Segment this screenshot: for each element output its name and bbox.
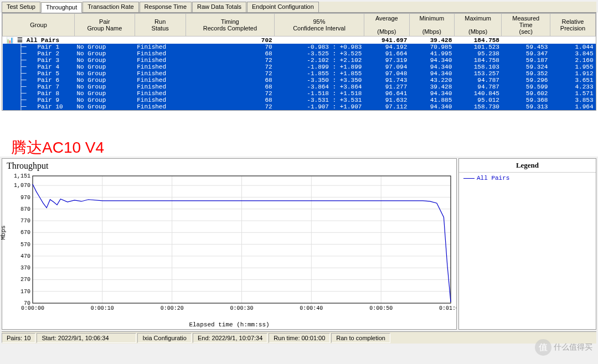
legend-item[interactable]: All Pairs [459, 173, 596, 184]
table-row[interactable]: ├─ Pair 6No GroupFinished68-3.350 : +3.3… [3, 77, 596, 84]
svg-text:770: 770 [20, 218, 30, 224]
status-config: Ixia Configuratio [137, 333, 192, 343]
column-header[interactable]: RelativePrecision [550, 14, 595, 37]
svg-text:570: 570 [20, 242, 30, 248]
status-start: Start: 2022/9/1, 10:06:34 [37, 333, 136, 343]
y-axis-label: Mbps [0, 225, 7, 240]
legend-panel: Legend All Pairs [458, 158, 596, 330]
throughput-table: GroupPairGroup NameRunStatusTimingRecord… [2, 13, 596, 111]
column-header[interactable]: 95%Confidence Interval [275, 14, 364, 37]
svg-text:170: 170 [20, 289, 30, 295]
column-header[interactable]: Average(Mbps) [364, 14, 409, 37]
svg-text:0:00:20: 0:00:20 [161, 305, 184, 311]
legend-title: Legend [459, 159, 596, 173]
table-row[interactable]: ├─ Pair 7No GroupFinished68-3.864 : +3.8… [3, 84, 596, 90]
svg-text:370: 370 [20, 265, 30, 271]
svg-text:0:00:10: 0:00:10 [91, 305, 114, 311]
table-row[interactable]: ├─ Pair 4No GroupFinished72-1.899 : +1.8… [3, 64, 596, 70]
table-row[interactable]: ├─ Pair 1No GroupFinished70-0.983 : +0.9… [3, 44, 596, 50]
table-row[interactable]: ├─ Pair 10No GroupFinished72-1.907 : +1.… [3, 103, 596, 110]
svg-text:0:00:00: 0:00:00 [21, 305, 44, 311]
svg-text:1,151: 1,151 [14, 173, 30, 179]
column-header[interactable]: Minimum(Mbps) [409, 14, 454, 37]
column-header[interactable]: Maximum(Mbps) [454, 14, 502, 37]
column-header[interactable]: PairGroup Name [75, 14, 135, 37]
svg-text:0:01:00: 0:01:00 [439, 305, 456, 311]
throughput-chart[interactable]: Throughput Mbps 701702703704705706707708… [2, 158, 457, 330]
column-header[interactable]: MeasuredTime (sec) [502, 14, 550, 37]
svg-text:470: 470 [20, 253, 30, 259]
status-pairs: Pairs: 10 [2, 333, 35, 343]
svg-text:0:00:40: 0:00:40 [300, 305, 323, 311]
tab-bar: Test SetupThroughputTransaction RateResp… [2, 2, 596, 13]
column-header[interactable]: RunStatus [135, 14, 185, 37]
summary-row[interactable]: 📊 ☰ All Pairs702941.69739.428184.758 [3, 37, 596, 44]
tab-throughput[interactable]: Throughput [41, 2, 82, 13]
watermark-icon: 值 [535, 339, 551, 356]
table-row[interactable]: ├─ Pair 5No GroupFinished72-1.855 : +1.8… [3, 70, 596, 77]
table-row[interactable]: ├─ Pair 9No GroupFinished68-3.531 : +3.5… [3, 97, 596, 103]
tab-transaction-rate[interactable]: Transaction Rate [83, 2, 138, 12]
svg-text:970: 970 [20, 195, 30, 201]
table-row[interactable]: ├─ Pair 2No GroupFinished68-3.525 : +3.5… [3, 50, 596, 57]
svg-text:0:00:30: 0:00:30 [230, 305, 253, 311]
tab-test-setup[interactable]: Test Setup [2, 2, 40, 12]
legend-line-icon [463, 178, 475, 179]
tab-endpoint-configuration[interactable]: Endpoint Configuration [247, 2, 319, 12]
svg-text:670: 670 [20, 230, 30, 236]
status-end: End: 2022/9/1, 10:07:34 [193, 333, 267, 343]
table-row[interactable]: ├─ Pair 3No GroupFinished72-2.102 : +2.1… [3, 57, 596, 64]
watermark: 值 什么值得买 [535, 339, 592, 356]
folder-icon: 📊 ☰ [6, 37, 23, 44]
status-completion: Ran to completion [331, 333, 390, 343]
tab-raw-data-totals[interactable]: Raw Data Totals [192, 2, 246, 12]
column-header[interactable]: Group [3, 14, 75, 37]
tab-response-time[interactable]: Response Time [140, 2, 192, 12]
svg-text:870: 870 [20, 206, 30, 212]
svg-text:0:00:50: 0:00:50 [369, 305, 393, 311]
x-axis-label: Elapsed time (h:mm:ss) [2, 321, 456, 328]
status-bar: Pairs: 10 Start: 2022/9/1, 10:06:34 Ixia… [2, 331, 596, 344]
svg-text:270: 270 [20, 277, 30, 283]
overlay-label: 腾达AC10 V4 [11, 137, 104, 158]
svg-text:1,070: 1,070 [14, 183, 30, 189]
column-header[interactable]: TimingRecords Completed [185, 14, 275, 37]
table-row[interactable]: ├─ Pair 8No GroupFinished72-1.518 : +1.5… [3, 90, 596, 97]
chart-title: Throughput [2, 159, 456, 173]
status-runtime: Run time: 00:01:00 [269, 333, 330, 343]
